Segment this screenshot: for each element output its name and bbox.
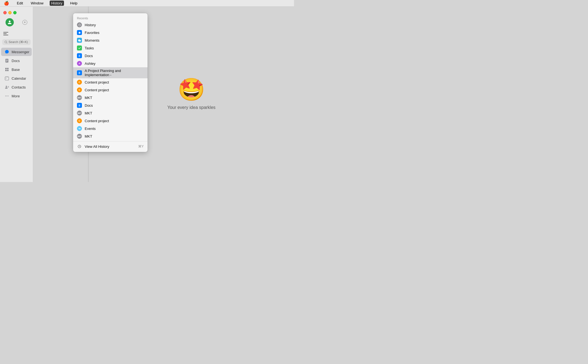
sidebar-item-messenger-label: Messenger	[12, 50, 29, 54]
sidebar-item-docs[interactable]: Docs	[1, 57, 32, 65]
menubar-item-window[interactable]: Window	[29, 1, 45, 6]
contacts-icon	[4, 85, 9, 90]
svg-rect-34	[79, 105, 80, 105]
calendar-icon	[4, 76, 9, 81]
svg-rect-8	[6, 61, 7, 61]
dropdown-item-docs[interactable]: Docs	[73, 52, 148, 60]
history-dropdown-menu: Recents History	[73, 13, 148, 152]
svg-point-21	[7, 96, 7, 97]
dropdown-item-events[interactable]: TB Events	[73, 125, 148, 132]
svg-rect-28	[79, 56, 80, 56]
sidebar: + Search (⌘+K)	[0, 7, 33, 182]
svg-rect-30	[79, 72, 80, 73]
collapse-icon[interactable]	[0, 30, 33, 38]
docs-icon	[4, 58, 9, 63]
dropdown-item-tasks-label: Tasks	[85, 46, 94, 50]
traffic-lights	[0, 9, 33, 18]
dropdown-item-content1[interactable]: C Content project	[73, 78, 148, 86]
sparkle-emoji: 🤩	[178, 79, 205, 101]
minimize-button[interactable]	[8, 11, 12, 14]
dropdown-divider	[73, 141, 148, 141]
mkt3-icon: MKT	[77, 134, 82, 139]
more-icon	[4, 93, 9, 98]
dropdown-item-mkt2[interactable]: MKT MKT	[73, 109, 148, 117]
dropdown-item-docs2[interactable]: Docs	[73, 101, 148, 109]
view-all-history-icon	[77, 144, 82, 149]
history-icon	[77, 22, 82, 27]
maximize-button[interactable]	[13, 11, 17, 14]
dropdown-item-history[interactable]: History	[73, 21, 148, 29]
mkt2-icon: MKT	[77, 111, 82, 116]
favorites-icon	[77, 30, 82, 35]
svg-rect-31	[79, 73, 80, 73]
svg-line-4	[7, 43, 7, 44]
dropdown-item-ashley-label: Ashley	[85, 61, 95, 66]
dropdown-item-events-label: Events	[85, 127, 96, 131]
dropdown-item-mkt3-label: MKT	[85, 134, 92, 138]
docs2-icon	[77, 103, 82, 108]
sidebar-item-contacts[interactable]: Contacts	[1, 83, 32, 91]
project-icon	[77, 70, 82, 75]
svg-rect-1	[3, 33, 7, 34]
apple-menu[interactable]: 🍎	[2, 0, 11, 6]
svg-rect-6	[6, 60, 8, 60]
add-button[interactable]: +	[22, 20, 27, 25]
svg-rect-10	[7, 68, 9, 69]
avatar[interactable]	[6, 18, 14, 26]
svg-rect-12	[7, 70, 9, 71]
sidebar-item-calendar[interactable]: Calendar	[1, 74, 32, 82]
svg-rect-7	[6, 60, 8, 61]
dropdown-item-project-label: A Project Planning and Implementation -	[85, 69, 144, 77]
app-window: + Search (⌘+K)	[0, 7, 294, 182]
sidebar-item-contacts-label: Contacts	[12, 85, 26, 89]
dropdown-item-tasks[interactable]: Tasks	[73, 44, 148, 52]
content2-icon: C	[77, 87, 82, 92]
dropdown-item-view-all-history[interactable]: View All History ⌘Y	[73, 143, 148, 150]
dropdown-item-moments[interactable]: Moments	[73, 36, 148, 44]
sidebar-item-base-label: Base	[12, 68, 20, 72]
search-placeholder: Search (⌘+K)	[9, 40, 28, 44]
svg-point-17	[6, 86, 7, 87]
content1-icon: C	[77, 80, 82, 85]
dropdown-item-content2[interactable]: C Content project	[73, 86, 148, 94]
content3-icon: C	[77, 118, 82, 123]
moments-icon	[77, 38, 82, 43]
close-button[interactable]	[3, 11, 7, 14]
sidebar-item-base[interactable]: Base	[1, 65, 32, 74]
docs-dropdown-icon	[77, 53, 82, 58]
svg-point-22	[8, 96, 9, 97]
svg-rect-16	[6, 78, 6, 79]
tasks-icon	[77, 46, 82, 50]
dropdown-item-project[interactable]: A Project Planning and Implementation -	[73, 67, 148, 78]
dropdown-item-favorites[interactable]: Favorites	[73, 29, 148, 36]
menubar-item-history[interactable]: History	[50, 1, 64, 6]
svg-rect-11	[5, 70, 7, 71]
menubar-item-edit[interactable]: Edit	[15, 1, 25, 6]
sidebar-item-messenger[interactable]: Messenger	[1, 48, 32, 56]
dropdown-item-docs-label: Docs	[85, 54, 93, 58]
search-bar[interactable]: Search (⌘+K)	[2, 39, 31, 45]
dropdown-item-docs2-label: Docs	[85, 103, 93, 108]
svg-rect-13	[5, 77, 9, 80]
base-icon	[4, 67, 9, 72]
sidebar-item-docs-label: Docs	[12, 59, 20, 63]
dropdown-item-mkt1[interactable]: MKT MKT	[73, 94, 148, 101]
dropdown-item-mkt3[interactable]: MKT MKT	[73, 132, 148, 140]
dropdown-item-content3-label: Content project	[85, 119, 109, 123]
dropdown-item-ashley[interactable]: A Ashley	[73, 60, 148, 67]
dropdown-item-content3[interactable]: C Content project	[73, 117, 148, 125]
menubar-item-help[interactable]: Help	[68, 1, 79, 6]
dropdown-item-content1-label: Content project	[85, 80, 109, 84]
dropdown-section-recents: Recents	[73, 15, 148, 21]
svg-rect-9	[5, 68, 7, 69]
svg-rect-27	[79, 56, 80, 56]
sidebar-item-calendar-label: Calendar	[12, 76, 26, 81]
svg-rect-0	[3, 32, 8, 33]
sidebar-item-more[interactable]: More	[1, 92, 32, 100]
dropdown-item-moments-label: Moments	[85, 38, 99, 42]
events-icon: TB	[77, 126, 82, 131]
sidebar-item-more-label: More	[12, 94, 20, 98]
content-area: 🤩 Your every idea sparkles Recents Histo…	[33, 7, 294, 182]
svg-rect-35	[79, 105, 80, 106]
menubar: 🍎 Edit Window History Help	[0, 0, 294, 7]
